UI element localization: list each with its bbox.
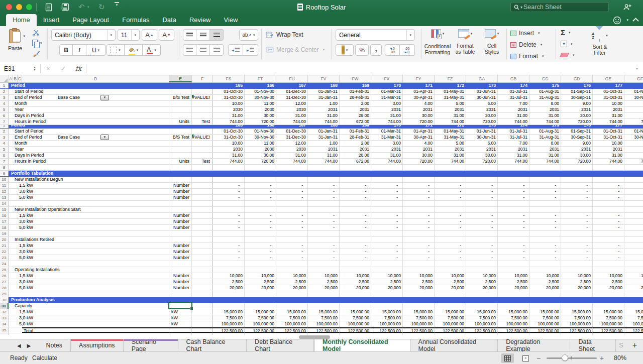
cell-FZ8[interactable]: [435, 165, 466, 170]
cell-FW6[interactable]: 28.00: [340, 153, 371, 158]
cell-FX18[interactable]: -: [371, 225, 403, 230]
cell-GC15[interactable]: [529, 207, 561, 212]
cell-GA8[interactable]: [466, 165, 498, 170]
cell-FY5[interactable]: 2031: [403, 147, 435, 152]
cell-GD5[interactable]: 2031: [561, 107, 593, 112]
cell-FX4[interactable]: 3.00: [371, 141, 403, 146]
cell-FW25[interactable]: [340, 267, 371, 273]
cell-FT23[interactable]: -: [245, 255, 276, 261]
cell-FU3[interactable]: 31-Dec-30: [276, 135, 308, 140]
cell-FT35[interactable]: 122,500.00: [245, 327, 276, 333]
cell-GD1[interactable]: 176: [561, 83, 593, 88]
cell-GD35[interactable]: 122,500.00: [561, 327, 593, 333]
cancel-icon[interactable]: ×: [41, 65, 56, 72]
cell-FY16[interactable]: -: [403, 213, 435, 218]
cell-FX5[interactable]: 2031: [371, 107, 403, 112]
cell-FY34[interactable]: 100,000.00: [403, 321, 435, 327]
cell-FZ35[interactable]: 122,500.00: [435, 327, 466, 333]
row-label-cell[interactable]: 3,0 kW: [9, 219, 169, 224]
cell-GB6[interactable]: 31.00: [498, 153, 529, 158]
search-box[interactable]: ▾: [510, 2, 609, 12]
cell-FS19[interactable]: [213, 231, 245, 236]
row-header-7[interactable]: 7: [0, 159, 9, 164]
cell-GC5[interactable]: 2031: [529, 107, 561, 112]
cell-E21[interactable]: Number: [169, 243, 192, 249]
cell-FU29[interactable]: [276, 291, 308, 297]
cell-GE8[interactable]: [593, 165, 624, 170]
cell-GA7[interactable]: 720.00: [466, 159, 498, 164]
cell-FT19[interactable]: [245, 231, 276, 236]
cell-FW30[interactable]: [340, 297, 371, 303]
cell-FT6[interactable]: 30.00: [245, 153, 276, 158]
cell-FW18[interactable]: -: [340, 225, 371, 230]
cell-FT36[interactable]: [245, 333, 276, 335]
cell-GB21[interactable]: -: [498, 243, 529, 249]
cell-GC25[interactable]: [529, 267, 561, 273]
column-header-C[interactable]: C: [18, 75, 22, 82]
cell-FT14[interactable]: [245, 201, 276, 206]
row-label-cell[interactable]: New Installation Operations Start: [9, 207, 169, 212]
sheet-tab-assumptions[interactable]: Assumptions: [71, 339, 124, 351]
cell-FS2[interactable]: 01-Oct-30: [213, 129, 245, 134]
row-label-cell[interactable]: 3,0 kW: [9, 315, 169, 321]
cell-GD30[interactable]: [561, 297, 593, 303]
tab-data[interactable]: Data: [156, 14, 182, 26]
cell-GB11[interactable]: -: [498, 183, 529, 188]
cell-FU7[interactable]: 744.00: [276, 119, 308, 125]
cell-FW4[interactable]: 2.00: [340, 101, 371, 106]
cell-GB31[interactable]: [498, 303, 529, 309]
cell-FZ33[interactable]: 7,500.00: [435, 315, 466, 321]
cell-FY6[interactable]: 30.00: [403, 153, 435, 158]
zoom-out-button[interactable]: −: [537, 354, 541, 362]
cell-GE3[interactable]: 31-Oct-31: [593, 95, 624, 100]
cell-FS33[interactable]: 7,500.00: [213, 315, 245, 321]
cell-FT20[interactable]: [245, 237, 276, 242]
column-header-GA[interactable]: GA: [466, 75, 498, 82]
tab-formulas[interactable]: Formulas: [116, 14, 156, 26]
row-header-25[interactable]: 25: [0, 267, 9, 273]
cell-F14[interactable]: [192, 201, 213, 206]
cell-FV19[interactable]: [308, 231, 340, 236]
cell-FV27[interactable]: 2,500: [308, 279, 340, 285]
cell-GE35[interactable]: 122,500.00: [593, 327, 624, 333]
cell-FZ20[interactable]: [435, 237, 466, 242]
cell-GD3[interactable]: 30-Sep-31: [561, 135, 593, 140]
cell-GE27[interactable]: 2,500: [593, 279, 624, 285]
cell-FZ10[interactable]: [435, 177, 466, 182]
row-label-cell[interactable]: Year: [9, 147, 169, 152]
cell-GC17[interactable]: -: [529, 219, 561, 224]
cell-GF10[interactable]: [624, 177, 643, 182]
cell-FS5[interactable]: 2030: [213, 107, 245, 112]
cell-GF12[interactable]: -: [624, 189, 643, 194]
cell-FU34[interactable]: 100,000.00: [276, 321, 308, 327]
column-header-A[interactable]: A: [9, 75, 13, 82]
cell-FY6[interactable]: 30.00: [403, 113, 435, 118]
cell-GD17[interactable]: -: [561, 219, 593, 224]
row-header-36[interactable]: 36: [0, 333, 9, 335]
collapse-ribbon-icon[interactable]: [632, 18, 639, 24]
cell-FV4[interactable]: 1.00: [308, 141, 340, 146]
cell-GE2[interactable]: 01-Oct-31: [593, 129, 624, 134]
row-label-cell[interactable]: Production Analysis: [9, 297, 169, 303]
cell-GE5[interactable]: 2031: [593, 107, 624, 112]
row-label-cell[interactable]: [9, 201, 169, 206]
cell-GF6[interactable]: 30.00: [624, 113, 643, 118]
cell-FT7[interactable]: 720.00: [245, 119, 276, 125]
cell-F20[interactable]: [192, 237, 213, 242]
cell-FX25[interactable]: [371, 267, 403, 273]
cell-F9[interactable]: [192, 171, 213, 176]
cell-FU23[interactable]: -: [276, 255, 308, 261]
cell-FT13[interactable]: -: [245, 195, 276, 200]
cell-FZ32[interactable]: 15,000.00: [435, 309, 466, 315]
delete-cells-button[interactable]: × Delete▾: [510, 41, 542, 48]
cell-GB6[interactable]: 31.00: [498, 113, 529, 118]
cell-FZ26[interactable]: 10,000: [435, 273, 466, 279]
column-header-GE[interactable]: GE: [593, 75, 624, 82]
cell-FY27[interactable]: 2,500: [403, 279, 435, 285]
cell-FW2[interactable]: 01-Feb-31: [340, 89, 371, 94]
cell-FW36[interactable]: [340, 333, 371, 335]
cell-GC30[interactable]: [529, 297, 561, 303]
font-size-select[interactable]: 11▾: [118, 29, 140, 41]
cell-E29[interactable]: [169, 291, 192, 297]
cell-GB16[interactable]: -: [498, 213, 529, 218]
